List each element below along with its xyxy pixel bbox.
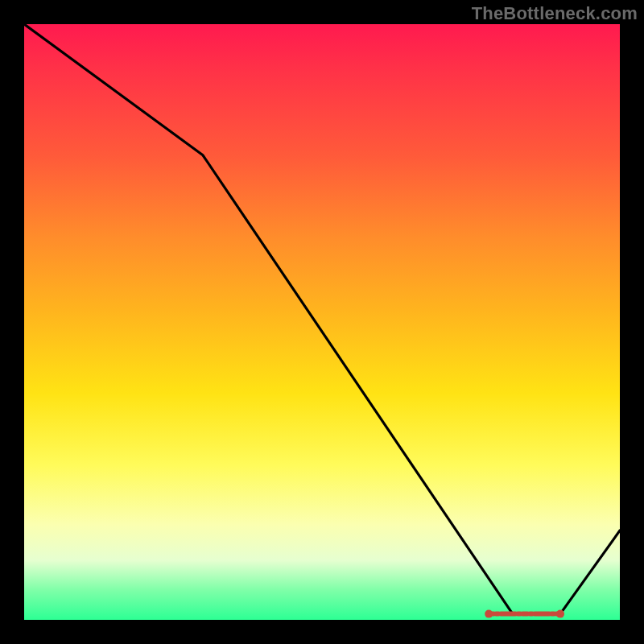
plot-area (24, 24, 620, 620)
chart-frame: TheBottleneck.com (0, 0, 644, 644)
watermark-text: TheBottleneck.com (472, 3, 638, 24)
optimal-range-marker (485, 610, 564, 618)
bottleneck-curve (24, 24, 620, 614)
chart-svg (24, 24, 620, 620)
